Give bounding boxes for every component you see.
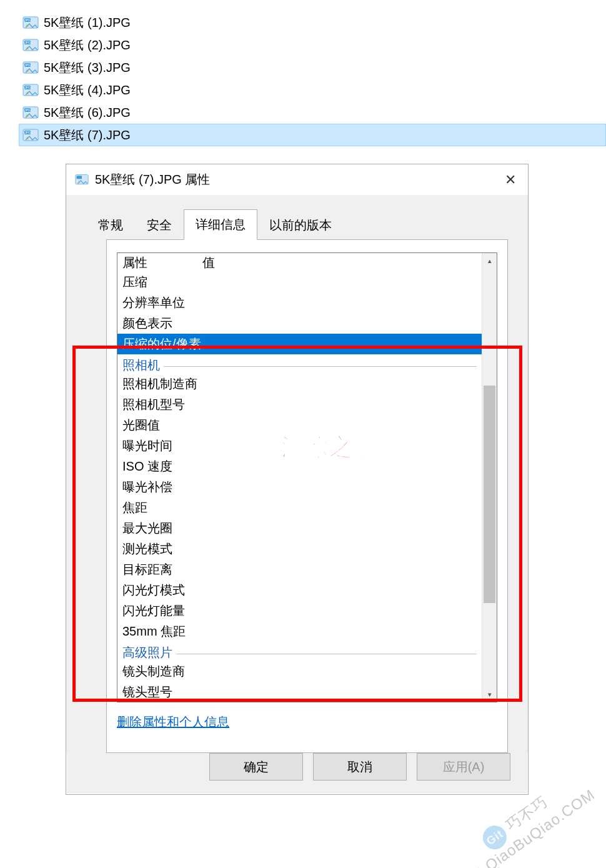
file-name: 5K壁纸 (7).JPG xyxy=(44,127,131,144)
section-camera: 照相机 xyxy=(117,354,482,374)
property-header: 属性 值 xyxy=(117,253,482,272)
file-item[interactable]: JPG 5K壁纸 (1).JPG xyxy=(19,11,606,34)
watermark-line2: Get.QiaoBuQiao.COM xyxy=(457,786,598,868)
tab-details[interactable]: 详细信息 xyxy=(184,209,257,240)
dialog-buttons: 确定 取消 应用(A) xyxy=(209,753,510,781)
file-item[interactable]: JPG 5K壁纸 (7).JPG xyxy=(19,124,606,146)
section-advanced-photo: 高级照片 xyxy=(117,642,482,661)
header-value: 值 xyxy=(202,254,215,271)
tab-area: 常规 安全 详细信息 以前的版本 属性 值 压缩 分辨率单位 颜色表示 压缩的位… xyxy=(66,195,528,753)
svg-text:JPG: JPG xyxy=(24,131,31,134)
jpg-icon: JPG xyxy=(22,127,39,142)
section-label: 高级照片 xyxy=(122,644,172,661)
file-name: 5K壁纸 (1).JPG xyxy=(44,14,131,31)
property-row[interactable]: 焦距 xyxy=(117,497,482,518)
tab-body: 属性 值 压缩 分辨率单位 颜色表示 压缩的位/像素 照相机 照相机制造商 xyxy=(106,239,508,753)
file-item[interactable]: JPG 5K壁纸 (3).JPG xyxy=(19,56,606,79)
scroll-thumb[interactable] xyxy=(484,386,495,603)
close-button[interactable]: ✕ xyxy=(493,164,528,195)
jpg-icon: JPG xyxy=(22,15,39,30)
vertical-scrollbar[interactable]: ▴ ▾ xyxy=(482,253,497,702)
jpg-icon: JPG xyxy=(22,37,39,52)
watermark-line1: 巧不巧 xyxy=(503,793,551,834)
file-name: 5K壁纸 (3).JPG xyxy=(44,59,131,76)
property-row[interactable]: 曝光补偿 xyxy=(117,477,482,497)
section-label: 照相机 xyxy=(122,357,160,374)
properties-dialog: 5K壁纸 (7).JPG 属性 ✕ 常规 安全 详细信息 以前的版本 属性 值 … xyxy=(66,164,529,795)
property-row[interactable]: 闪光灯模式 xyxy=(117,580,482,601)
tab-general[interactable]: 常规 xyxy=(86,210,135,240)
jpg-icon xyxy=(75,173,89,187)
property-row[interactable]: 分辨率单位 xyxy=(117,292,482,313)
property-row[interactable]: 目标距离 xyxy=(117,559,482,580)
section-divider xyxy=(176,654,477,654)
file-name: 5K壁纸 (4).JPG xyxy=(44,82,131,99)
ok-button[interactable]: 确定 xyxy=(209,753,303,781)
property-row[interactable]: 最大光圈 xyxy=(117,518,482,539)
scroll-track[interactable] xyxy=(482,268,497,687)
jpg-icon: JPG xyxy=(22,105,39,120)
property-row[interactable]: 照相机制造商 xyxy=(117,374,482,394)
watermark-badge-icon: Git xyxy=(479,821,512,854)
file-item[interactable]: JPG 5K壁纸 (6).JPG xyxy=(19,101,606,124)
file-item[interactable]: JPG 5K壁纸 (2).JPG xyxy=(19,34,606,56)
svg-text:JPG: JPG xyxy=(24,41,31,44)
svg-text:JPG: JPG xyxy=(24,86,31,89)
tab-previous-versions[interactable]: 以前的版本 xyxy=(257,210,344,240)
apply-button[interactable]: 应用(A) xyxy=(417,753,510,781)
property-list: 属性 值 压缩 分辨率单位 颜色表示 压缩的位/像素 照相机 照相机制造商 xyxy=(117,252,497,702)
property-row[interactable]: ISO 速度 xyxy=(117,456,482,477)
header-property: 属性 xyxy=(122,254,202,271)
jpg-icon: JPG xyxy=(22,82,39,97)
file-name: 5K壁纸 (6).JPG xyxy=(44,104,131,121)
property-row[interactable]: 闪光灯能量 xyxy=(117,601,482,621)
property-row[interactable]: 镜头制造商 xyxy=(117,661,482,682)
titlebar[interactable]: 5K壁纸 (7).JPG 属性 ✕ xyxy=(66,164,528,195)
dialog-title: 5K壁纸 (7).JPG 属性 xyxy=(95,171,493,188)
scroll-down-icon[interactable]: ▾ xyxy=(482,687,497,702)
tab-row: 常规 安全 详细信息 以前的版本 xyxy=(86,209,528,239)
jpg-icon: JPG xyxy=(22,60,39,75)
svg-rect-25 xyxy=(77,176,82,179)
svg-text:JPG: JPG xyxy=(24,18,31,22)
property-row[interactable]: 压缩 xyxy=(117,272,482,292)
property-row[interactable]: 颜色表示 xyxy=(117,313,482,334)
svg-text:JPG: JPG xyxy=(24,108,31,112)
section-divider xyxy=(164,366,477,367)
property-row[interactable]: 35mm 焦距 xyxy=(117,621,482,642)
property-row-selected[interactable]: 压缩的位/像素 xyxy=(117,334,482,354)
remove-properties-link[interactable]: 删除属性和个人信息 xyxy=(117,714,229,731)
file-list: JPG 5K壁纸 (1).JPG JPG 5K壁纸 (2).JPG JPG 5K… xyxy=(0,0,606,146)
file-item[interactable]: JPG 5K壁纸 (4).JPG xyxy=(19,79,606,101)
property-row[interactable]: 曝光时间 xyxy=(117,436,482,456)
cancel-button[interactable]: 取消 xyxy=(313,753,407,781)
svg-text:JPG: JPG xyxy=(24,63,31,67)
property-scroll-area[interactable]: 属性 值 压缩 分辨率单位 颜色表示 压缩的位/像素 照相机 照相机制造商 xyxy=(117,253,482,702)
property-row[interactable]: 镜头型号 xyxy=(117,682,482,702)
tab-security[interactable]: 安全 xyxy=(135,210,184,240)
file-name: 5K壁纸 (2).JPG xyxy=(44,37,131,54)
scroll-up-icon[interactable]: ▴ xyxy=(482,253,497,268)
property-row[interactable]: 光圈值 xyxy=(117,415,482,436)
property-row[interactable]: 照相机型号 xyxy=(117,394,482,415)
property-row[interactable]: 测光模式 xyxy=(117,539,482,559)
close-icon: ✕ xyxy=(505,172,516,188)
